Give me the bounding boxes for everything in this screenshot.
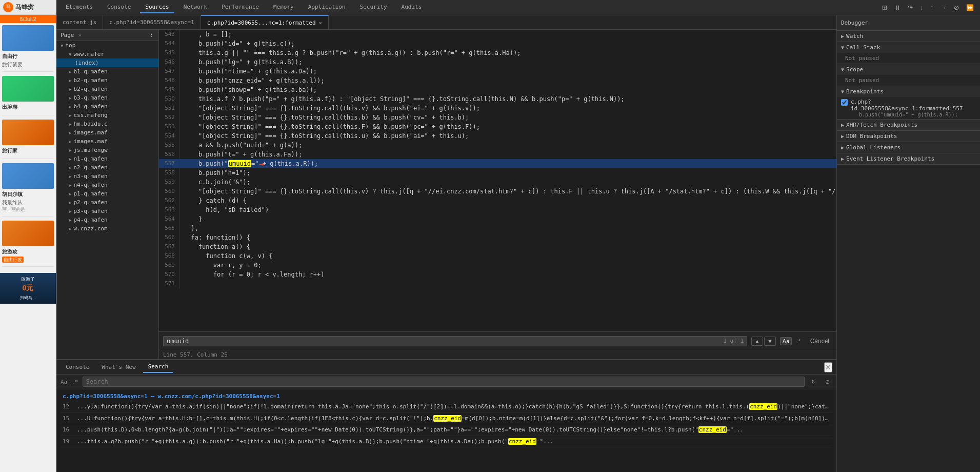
tree-menu-icon[interactable]: ⋮ [149, 32, 154, 38]
regex-button[interactable]: .* [794, 337, 803, 345]
result-line-15[interactable]: 15 ...U:function(){try{var a=this.H;b=[]… [61, 413, 832, 425]
tree-images2[interactable]: ▶ images.maf [56, 137, 158, 146]
line-content-569: var r, y = 0; [179, 261, 836, 270]
deactivate-button[interactable]: ⊘ [952, 3, 961, 12]
tree-b4[interactable]: ▶ b4-q.mafen [56, 102, 158, 111]
tree-images1[interactable]: ▶ images.maf [56, 128, 158, 137]
tree-n4[interactable]: ▶ n4-q.mafen [56, 181, 158, 189]
code-line-556: 556 b.push("t=" + g(this.a.Fa)); [159, 150, 836, 159]
folder-label-p4: p4-q.mafen [73, 217, 107, 223]
global-header[interactable]: ▶ Global Listeners [837, 142, 980, 153]
dom-header[interactable]: ▶ DOM Breakpoints [837, 131, 980, 142]
tab-performance[interactable]: Performance [216, 2, 264, 13]
article-4[interactable]: 胡日尔镇 我最终从 画，画的是 [2, 163, 54, 217]
bottom-search-input[interactable] [86, 378, 165, 385]
line-number-558: 558 [159, 168, 179, 178]
tree-n3[interactable]: ▶ n3-q.mafen [56, 172, 158, 181]
tree-top[interactable]: ▼ top [56, 41, 158, 50]
result-line-19[interactable]: 19 ...this.a.g?b.push("r="+g(this.a.g)):… [61, 436, 832, 448]
article-2[interactable]: 出境游 [2, 76, 54, 115]
result-line-12[interactable]: 12 ...y;a:function(){try{var a=this.a;if… [61, 401, 832, 413]
tree-b2b[interactable]: ▶ b2-q.mafen [56, 85, 158, 93]
tab-audits[interactable]: Audits [396, 2, 427, 13]
dock-button[interactable]: ⊞ [880, 3, 889, 12]
article-3[interactable]: 旅行家 [2, 120, 54, 159]
result-line-no-16: 16 [63, 426, 69, 433]
find-prev-button[interactable]: ▲ [751, 337, 763, 346]
article-1[interactable]: 自由行 旅行就要 [2, 25, 54, 72]
tab-elements[interactable]: Elements [61, 2, 98, 13]
site-name: 马蜂窝 [15, 3, 34, 12]
breakpoint-detail-1: c.php?id=30065558&async=1:formatted:557 … [851, 99, 976, 117]
step-button[interactable]: → [938, 3, 949, 12]
bottom-refresh-button[interactable]: ↻ [809, 378, 818, 386]
tab-application[interactable]: Application [303, 2, 351, 13]
close-tab-icon[interactable]: ✕ [319, 20, 322, 26]
tree-js[interactable]: ▶ js.mafengw [56, 146, 158, 154]
tree-p2[interactable]: ▶ p2-q.mafen [56, 198, 158, 207]
bottom-tab-search[interactable]: Search [143, 361, 174, 373]
line-number-546: 546 [159, 57, 179, 67]
watch-header[interactable]: ▶ Watch [837, 31, 980, 42]
resume-button[interactable]: ⏩ [964, 3, 976, 12]
find-cancel-button[interactable]: Cancel [807, 337, 832, 346]
tree-b2a[interactable]: ▶ b2-q.mafen [56, 76, 158, 85]
breakpoints-header[interactable]: ▼ Breakpoints [837, 86, 980, 97]
folder-label-cnzz: w.cnzz.com [73, 225, 107, 232]
file-tab-php-formatted[interactable]: c.php?id=300655...nc=1:formatted ✕ [201, 15, 329, 29]
find-next-button[interactable]: ▼ [764, 337, 776, 346]
file-tab-content[interactable]: content.js [56, 15, 103, 29]
tree-p3[interactable]: ▶ p3-q.mafen [56, 207, 158, 215]
event-header[interactable]: ▶ Event Listener Breakpoints [837, 153, 980, 164]
tree-b1[interactable]: ▶ b1-q.mafen [56, 67, 158, 76]
scope-header[interactable]: ▼ Scope [837, 64, 980, 75]
step-over-button[interactable]: ↷ [906, 3, 915, 12]
line-number-553: 553 [159, 122, 179, 131]
tab-network[interactable]: Network [178, 2, 212, 13]
tree-p4[interactable]: ▶ p4-q.mafen [56, 215, 158, 224]
result-line-16[interactable]: 16 ...push(this.D),0<b.length?{a=g(b.joi… [61, 424, 832, 436]
tree-index[interactable]: (index) [56, 58, 158, 67]
tree-p1[interactable]: ▶ p1-q.mafen [56, 189, 158, 198]
step-out-button[interactable]: ↑ [928, 3, 935, 12]
tree-www[interactable]: ▼ www.mafer [56, 50, 158, 58]
line-content-546: b.push("lg=" + g(this.a.B)); [179, 57, 836, 67]
step-into-button[interactable]: ↓ [918, 3, 925, 12]
tab-security[interactable]: Security [355, 2, 392, 13]
tree-css[interactable]: ▶ css.mafeng [56, 111, 158, 120]
code-line-554: 554 "[object String]" === {}.toString.ca… [159, 131, 836, 141]
line-number-551: 551 [159, 104, 179, 113]
tree-hm[interactable]: ▶ hm.baidu.c [56, 120, 158, 128]
code-content[interactable]: 543 , b = [];544 b.push("id=" + g(this.c… [159, 30, 836, 331]
breakpoint-checkbox-1[interactable] [841, 99, 848, 106]
bottom-banner[interactable]: 旅游了 0元 扫码马... [0, 273, 56, 304]
bottom-tab-whatsnew[interactable]: What's New [96, 362, 141, 372]
bottom-tab-console[interactable]: Console [61, 362, 94, 372]
call-stack-header[interactable]: ▼ Call Stack [837, 42, 980, 53]
tab-console[interactable]: Console [102, 2, 136, 13]
tree-cnzz[interactable]: ▶ w.cnzz.com [56, 224, 158, 233]
tab-memory[interactable]: Memory [268, 2, 299, 13]
bottom-clear-button[interactable]: ⊘ [823, 378, 832, 386]
bottom-close-button[interactable]: ✕ [824, 362, 832, 372]
dom-arrow-icon: ▶ [841, 133, 844, 139]
case-sensitive-button[interactable]: Aa [780, 337, 792, 345]
xhr-section: ▶ XHR/fetch Breakpoints [837, 120, 980, 131]
find-input[interactable] [167, 338, 721, 345]
result-line-no-15: 15 [63, 415, 69, 422]
code-line-553: 553 "[object String]" === {}.toString.ca… [159, 122, 836, 131]
breakpoint-item-1[interactable]: c.php?id=30065558&async=1:formatted:557 … [837, 97, 980, 119]
tree-n2[interactable]: ▶ n2-q.mafen [56, 163, 158, 172]
tab-sources[interactable]: Sources [140, 2, 174, 13]
article-5[interactable]: 旅游攻 自由行攻 [2, 221, 54, 267]
xhr-header[interactable]: ▶ XHR/fetch Breakpoints [837, 120, 980, 130]
line-number-564: 564 [159, 214, 179, 224]
tree-n1[interactable]: ▶ n1-q.mafen [56, 154, 158, 163]
pause-button[interactable]: ⏸ [892, 3, 903, 12]
tree-b3[interactable]: ▶ b3-q.mafen [56, 93, 158, 102]
find-input-wrap: 1 of 1 [163, 336, 747, 346]
date-badge: 6/Jul.2 [0, 15, 56, 23]
find-bar: 1 of 1 ▲ ▼ Aa .* Cancel [159, 331, 836, 350]
line-number-543: 543 [159, 30, 179, 39]
file-tab-php1[interactable]: c.php?id=30065558&async=1 [103, 15, 201, 29]
